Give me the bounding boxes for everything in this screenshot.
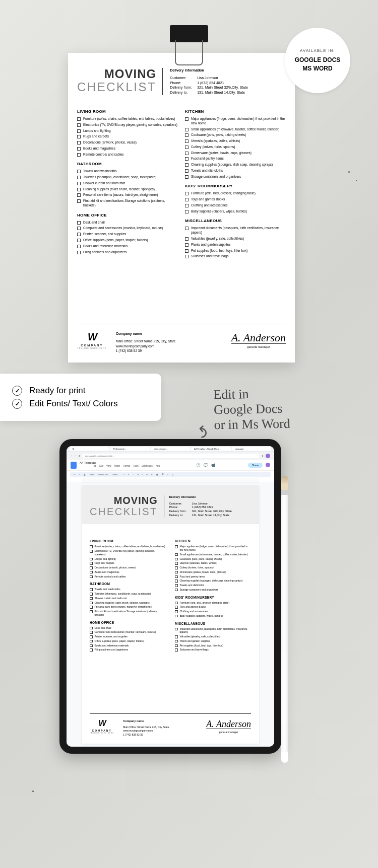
toolbar-button[interactable]: I (141, 473, 144, 476)
checkbox-icon[interactable] (77, 129, 81, 133)
checkbox-icon[interactable] (90, 571, 93, 574)
checkbox-icon[interactable] (77, 141, 81, 144)
checkbox-icon[interactable] (77, 199, 81, 203)
toolbar-button[interactable]: ☰ (161, 473, 165, 476)
checkbox-icon[interactable] (90, 562, 93, 565)
browser-tab[interactable]: M (70, 447, 109, 451)
toolbar-button[interactable]: ⋮ (171, 473, 175, 476)
checkbox-icon[interactable] (175, 571, 178, 574)
checkbox-icon[interactable] (90, 593, 93, 596)
gdocs-logo-icon[interactable] (71, 462, 77, 469)
browser-tab[interactable]: Professional… (110, 447, 149, 451)
toolbar-button[interactable]: ↶ (73, 473, 76, 476)
extension-icon[interactable]: ★ (262, 455, 264, 457)
checkbox-icon[interactable] (175, 584, 178, 587)
checkbox-icon[interactable] (77, 251, 81, 254)
checkbox-icon[interactable] (77, 239, 81, 242)
checkbox-icon[interactable] (90, 635, 93, 638)
toolbar-button[interactable]: − (122, 473, 125, 476)
toolbar-button[interactable]: + (132, 473, 135, 476)
menu-item[interactable]: Edit (99, 465, 103, 467)
toolbar-button[interactable]: ↷ (78, 473, 81, 476)
checkbox-icon[interactable] (175, 628, 178, 631)
checkbox-icon[interactable] (90, 610, 93, 613)
browser-tab[interactable]: minimum-wor… (151, 447, 190, 451)
checkbox-icon[interactable] (175, 566, 178, 569)
checkbox-icon[interactable] (175, 580, 178, 583)
nav-fwd-icon[interactable]: → (75, 455, 77, 457)
checkbox-icon[interactable] (185, 204, 188, 207)
checkbox-icon[interactable] (90, 602, 93, 605)
checkbox-icon[interactable] (175, 610, 178, 613)
checkbox-icon[interactable] (175, 615, 178, 618)
menu-item[interactable]: Extensions (142, 465, 153, 467)
share-button[interactable]: Share (248, 463, 263, 468)
checkbox-icon[interactable] (90, 597, 93, 600)
checkbox-icon[interactable] (175, 575, 178, 578)
checkbox-icon[interactable] (185, 255, 188, 258)
toolbar-button[interactable]: Normal text (97, 473, 109, 476)
checkbox-icon[interactable] (175, 648, 178, 652)
checkbox-icon[interactable] (175, 644, 178, 647)
checkbox-icon[interactable] (175, 606, 178, 609)
toolbar-button[interactable]: Urbani… (111, 473, 121, 476)
checkbox-icon[interactable] (77, 170, 81, 173)
checkbox-icon[interactable] (175, 640, 178, 643)
checkbox-icon[interactable] (77, 221, 81, 225)
menu-item[interactable]: Insert (114, 465, 120, 467)
checkbox-icon[interactable] (185, 139, 188, 143)
menu-item[interactable]: Tools (133, 465, 139, 467)
checkbox-icon[interactable] (90, 648, 93, 652)
checkbox-icon[interactable] (77, 182, 81, 185)
checkbox-icon[interactable] (185, 128, 188, 131)
checkbox-icon[interactable] (185, 175, 188, 179)
checkbox-icon[interactable] (90, 644, 93, 647)
history-icon[interactable]: 🕐 (196, 463, 201, 467)
user-avatar[interactable] (266, 463, 270, 467)
checkbox-icon[interactable] (90, 588, 93, 591)
checkbox-icon[interactable] (185, 192, 188, 195)
comment-icon[interactable]: 💬 (204, 463, 208, 467)
checkbox-icon[interactable] (185, 227, 188, 230)
toolbar-button[interactable]: 🖨 (83, 473, 87, 476)
checkbox-icon[interactable] (185, 198, 188, 201)
checkbox-icon[interactable] (185, 237, 188, 241)
checkbox-icon[interactable] (90, 627, 93, 630)
toolbar-button[interactable]: 9 (127, 473, 130, 476)
profile-avatar[interactable] (266, 454, 270, 458)
checkbox-icon[interactable] (90, 566, 93, 569)
menu-item[interactable]: Help (156, 465, 160, 467)
checkbox-icon[interactable] (185, 157, 188, 161)
checkbox-icon[interactable] (90, 575, 93, 578)
menu-item[interactable]: Format (123, 465, 130, 467)
checkbox-icon[interactable] (185, 133, 188, 137)
checkbox-icon[interactable] (77, 153, 81, 157)
checkbox-icon[interactable] (175, 545, 178, 548)
checkbox-icon[interactable] (77, 123, 81, 127)
checkbox-icon[interactable] (185, 210, 188, 213)
checkbox-icon[interactable] (185, 243, 188, 247)
checkbox-icon[interactable] (90, 606, 93, 609)
checkbox-icon[interactable] (175, 635, 178, 638)
menu-item[interactable]: View (106, 465, 111, 467)
toolbar-button[interactable]: ≡ (166, 473, 169, 476)
doc-page[interactable]: MOVING CHECKLIST Delivery information Cu… (82, 485, 259, 744)
toolbar-button[interactable]: ▦ (155, 473, 159, 476)
checkbox-icon[interactable] (90, 545, 93, 548)
nav-back-icon[interactable]: ← (71, 455, 73, 457)
browser-tab[interactable]: Language (232, 447, 271, 451)
browser-tab[interactable]: A4 Template - Google Docs (191, 447, 230, 451)
toolbar-button[interactable]: A (150, 473, 154, 476)
checkbox-icon[interactable] (90, 558, 93, 561)
toolbar-button[interactable]: 100% (88, 473, 95, 476)
checkbox-icon[interactable] (175, 589, 178, 592)
checkbox-icon[interactable] (77, 245, 81, 248)
checkbox-icon[interactable] (90, 631, 93, 634)
checkbox-icon[interactable] (90, 640, 93, 643)
checkbox-icon[interactable] (77, 147, 81, 151)
checkbox-icon[interactable] (77, 227, 81, 230)
checkbox-icon[interactable] (77, 233, 81, 236)
menu-item[interactable]: File (93, 465, 96, 467)
checkbox-icon[interactable] (77, 188, 81, 191)
checkbox-icon[interactable] (77, 176, 81, 179)
